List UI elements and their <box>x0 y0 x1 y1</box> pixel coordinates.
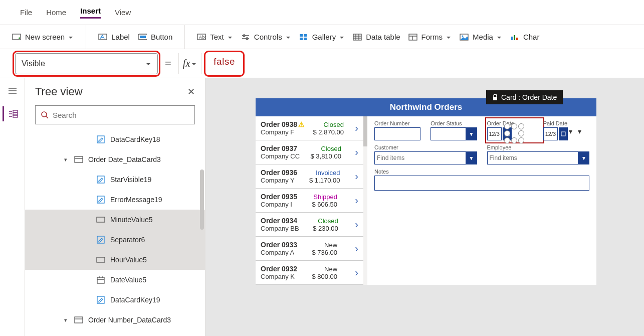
chevron-right-icon: › <box>352 243 358 254</box>
chevron-right-icon: › <box>352 171 358 182</box>
table-icon <box>353 33 362 42</box>
menu-home[interactable]: Home <box>46 8 66 17</box>
node-label: Order Date_DataCard3 <box>88 155 161 163</box>
svg-rect-28 <box>97 236 104 243</box>
fx-button[interactable]: fx <box>178 53 201 74</box>
order-status: New <box>312 241 337 249</box>
charts-label: Char <box>523 33 540 41</box>
menu-view[interactable]: View <box>115 8 131 17</box>
expand-icon[interactable]: ▾ <box>62 317 69 323</box>
order-amount: $ 736.00 <box>312 249 337 256</box>
button-button[interactable]: Button <box>134 31 176 44</box>
order-row[interactable]: Order 0934Company BBClosed$ 230.00› <box>256 213 363 237</box>
paid-date-picker[interactable]: 12/3 ▾ ▾ <box>543 127 589 140</box>
node-icon <box>74 315 83 324</box>
tree-node[interactable]: MinuteValue5 <box>25 210 205 230</box>
tree-node[interactable]: DataCardKey19 <box>25 290 205 310</box>
data-table-button[interactable]: Data table <box>349 31 404 44</box>
svg-rect-23 <box>97 136 104 143</box>
tree-node[interactable]: DateValue5 <box>25 270 205 290</box>
customer-select[interactable]: ▼ <box>374 151 477 164</box>
order-status: Closed <box>310 145 341 152</box>
order-company: Company BB <box>261 225 299 232</box>
text-icon: Abc <box>197 33 206 42</box>
tree-view-icon[interactable] <box>3 106 23 121</box>
tree-node[interactable]: ErrorMessage19 <box>25 190 205 210</box>
menu-insert[interactable]: Insert <box>80 7 101 19</box>
chevron-right-icon: › <box>352 122 358 134</box>
expand-icon[interactable]: ▾ <box>62 156 69 163</box>
chevron-down-icon <box>447 33 452 41</box>
svg-point-15 <box>462 35 464 37</box>
order-amount: $ 606.50 <box>312 201 337 208</box>
canvas[interactable]: Card : Order Date Northwind Orders Order… <box>205 78 644 336</box>
tree-node[interactable]: HourValue5 <box>25 250 205 270</box>
tree-node[interactable]: DataCardKey18 <box>25 129 205 149</box>
order-amount: $ 3,810.00 <box>310 152 341 160</box>
order-number-input[interactable] <box>374 127 420 140</box>
formula-bar: Visible = fx false <box>0 49 644 78</box>
menu-file[interactable]: File <box>20 8 32 17</box>
media-icon <box>460 33 469 42</box>
controls-icon <box>241 33 250 42</box>
property-dropdown[interactable]: Visible <box>15 53 158 74</box>
svg-rect-33 <box>493 97 497 100</box>
order-amount: $ 2,870.00 <box>313 128 344 136</box>
order-status-select[interactable]: ▼ <box>431 127 477 140</box>
forms-button[interactable]: Forms <box>404 31 456 44</box>
label-button[interactable]: Label <box>94 31 134 44</box>
order-company: Company Y <box>261 177 297 184</box>
gallery-button[interactable]: Gallery <box>295 31 349 44</box>
svg-rect-1 <box>99 34 107 40</box>
list-scrollbar[interactable] <box>363 116 367 285</box>
order-list[interactable]: Order 0938⚠Company FClosed$ 2,870.00›Ord… <box>256 116 363 285</box>
tree-body[interactable]: DataCardKey18▾Order Date_DataCard3StarVi… <box>25 129 205 336</box>
notes-input[interactable] <box>374 176 589 191</box>
charts-button[interactable]: Char <box>506 31 544 44</box>
node-label: StarVisible19 <box>110 176 151 184</box>
order-row[interactable]: Order 0936Company YInvoiced$ 1,170.00› <box>256 164 363 189</box>
order-company: Company A <box>261 249 297 256</box>
svg-rect-3 <box>140 36 146 38</box>
calendar-icon[interactable] <box>559 127 568 140</box>
tree-node[interactable]: StarVisible19 <box>25 170 205 190</box>
tooltip-text: Card : Order Date <box>501 93 557 101</box>
node-label: DataCardKey18 <box>110 135 160 143</box>
order-row[interactable]: Order 0935Company IShipped$ 606.50› <box>256 189 363 213</box>
chevron-right-icon: › <box>352 219 358 230</box>
chevron-down-icon <box>286 33 291 41</box>
formula-input[interactable]: false <box>206 53 242 74</box>
search-input[interactable] <box>35 105 195 124</box>
search-field[interactable] <box>53 111 189 119</box>
field-label: Customer <box>374 144 477 150</box>
order-form: Order Number Order Status ▼ Order Date <box>367 116 596 285</box>
employee-select[interactable]: ▼ <box>487 151 590 164</box>
tree-node[interactable]: ▾Order Number_DataCard3 <box>25 310 205 330</box>
svg-rect-32 <box>75 317 83 323</box>
svg-rect-17 <box>514 35 515 40</box>
text-button[interactable]: Abc Text <box>193 31 237 44</box>
order-row[interactable]: Order 0933Company ANew$ 736.00› <box>256 237 363 261</box>
new-screen-button[interactable]: New screen <box>8 31 78 44</box>
gallery-label: Gallery <box>312 33 336 41</box>
order-row[interactable]: Order 0932Company KNew$ 800.00› <box>256 261 363 285</box>
order-row[interactable]: Order 0938⚠Company FClosed$ 2,870.00› <box>256 116 363 140</box>
controls-label: Controls <box>254 33 282 41</box>
node-icon <box>74 155 83 164</box>
svg-text:Abc: Abc <box>199 35 206 40</box>
tree-node[interactable]: Separator6 <box>25 230 205 250</box>
controls-button[interactable]: Controls <box>237 31 295 44</box>
svg-rect-20 <box>13 113 18 115</box>
svg-rect-25 <box>97 176 104 183</box>
tree-view-pane: Tree view ✕ DataCardKey18▾Order Date_Dat… <box>25 78 205 336</box>
media-button[interactable]: Media <box>456 31 506 44</box>
close-icon[interactable]: ✕ <box>187 86 195 97</box>
field-label: Order Number <box>374 120 420 126</box>
hamburger-icon[interactable] <box>3 83 23 98</box>
svg-point-22 <box>42 112 47 117</box>
scrollbar-thumb[interactable] <box>200 170 204 230</box>
order-row[interactable]: Order 0937Company CCClosed$ 3,810.00› <box>256 140 363 164</box>
forms-icon <box>408 33 417 42</box>
tree-node[interactable]: ▾Order Date_DataCard3 <box>25 149 205 170</box>
svg-rect-19 <box>13 110 18 112</box>
